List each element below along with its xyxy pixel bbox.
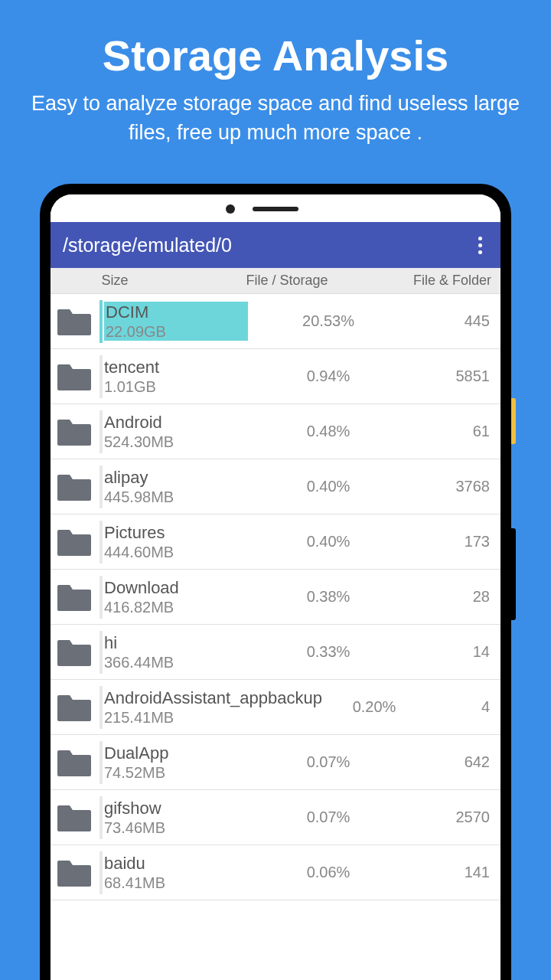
folder-row[interactable]: Pictures444.60MB0.40%173 bbox=[51, 514, 500, 570]
folder-size: 445.98MB bbox=[104, 488, 248, 506]
folder-percent: 0.07% bbox=[248, 808, 409, 826]
phone-side-button bbox=[511, 398, 516, 444]
folder-row[interactable]: Android524.30MB0.48%61 bbox=[51, 404, 500, 459]
folder-size: 215.41MB bbox=[104, 709, 340, 727]
col-size[interactable]: Size bbox=[51, 273, 158, 289]
file-list[interactable]: DCIM22.09GB20.53%445tencent1.01GB0.94%58… bbox=[51, 294, 500, 980]
folder-row[interactable]: DCIM22.09GB20.53%445 bbox=[51, 294, 500, 349]
folder-name: DCIM bbox=[104, 302, 248, 324]
folder-count: 3768 bbox=[409, 478, 493, 495]
folder-name: AndroidAssistant_appbackup bbox=[104, 688, 340, 710]
column-header: Size File / Storage File & Folder bbox=[51, 268, 500, 294]
usage-bar bbox=[99, 796, 103, 839]
folder-count: 4 bbox=[409, 698, 493, 716]
phone-camera bbox=[226, 204, 235, 214]
name-block: hi366.44MB bbox=[103, 632, 248, 672]
path-title: /storage/emulated/0 bbox=[63, 234, 232, 256]
folder-row[interactable]: Download416.82MB0.38%28 bbox=[51, 570, 500, 625]
usage-bar bbox=[99, 631, 103, 674]
phone-side-button bbox=[511, 528, 516, 620]
name-block: AndroidAssistant_appbackup215.41MB bbox=[103, 688, 340, 727]
folder-size: 74.52MB bbox=[104, 764, 248, 782]
folder-percent: 0.07% bbox=[248, 753, 409, 771]
folder-icon bbox=[55, 416, 93, 447]
folder-size: 366.44MB bbox=[104, 654, 248, 671]
usage-bar bbox=[99, 355, 103, 398]
folder-row[interactable]: tencent1.01GB0.94%5851 bbox=[51, 349, 500, 404]
phone-notch bbox=[241, 202, 310, 216]
folder-icon bbox=[55, 858, 93, 888]
screen: /storage/emulated/0 Size File / Storage … bbox=[51, 194, 500, 980]
folder-size: 524.30MB bbox=[104, 433, 248, 451]
folder-count: 141 bbox=[409, 864, 493, 881]
name-block: tencent1.01GB bbox=[103, 357, 248, 397]
folder-count: 61 bbox=[409, 423, 493, 440]
folder-count: 5851 bbox=[409, 368, 493, 385]
folder-name: alipay bbox=[104, 467, 248, 489]
folder-count: 445 bbox=[409, 312, 493, 330]
name-block: DCIM22.09GB bbox=[103, 302, 248, 341]
usage-bar bbox=[99, 741, 103, 784]
name-block: DualApp74.52MB bbox=[103, 743, 248, 782]
folder-icon bbox=[55, 582, 93, 612]
folder-percent: 0.20% bbox=[340, 698, 409, 716]
usage-bar bbox=[99, 410, 103, 453]
usage-bar bbox=[99, 851, 103, 894]
name-block: Android524.30MB bbox=[103, 412, 248, 452]
folder-icon bbox=[55, 692, 93, 723]
folder-percent: 0.94% bbox=[248, 368, 409, 385]
usage-bar bbox=[99, 576, 103, 619]
name-block: Download416.82MB bbox=[103, 577, 248, 617]
folder-row[interactable]: DualApp74.52MB0.07%642 bbox=[51, 735, 500, 790]
folder-name: gifshow bbox=[104, 798, 248, 820]
folder-size: 73.46MB bbox=[104, 819, 248, 837]
name-block: Pictures444.60MB bbox=[103, 522, 248, 562]
folder-row[interactable]: baidu68.41MB0.06%141 bbox=[51, 845, 500, 900]
name-block: baidu68.41MB bbox=[103, 853, 248, 893]
folder-count: 2570 bbox=[409, 808, 493, 826]
folder-percent: 0.38% bbox=[248, 588, 409, 606]
folder-name: DualApp bbox=[104, 743, 248, 765]
folder-row[interactable]: alipay445.98MB0.40%3768 bbox=[51, 459, 500, 514]
folder-size: 1.01GB bbox=[104, 378, 248, 396]
app-bar: /storage/emulated/0 bbox=[51, 222, 500, 268]
folder-icon bbox=[55, 306, 93, 337]
folder-row[interactable]: hi366.44MB0.33%14 bbox=[51, 625, 500, 680]
promo-title: Storage Analysis bbox=[0, 31, 551, 80]
usage-bar bbox=[99, 521, 103, 564]
folder-count: 28 bbox=[409, 588, 493, 606]
folder-name: Pictures bbox=[104, 522, 248, 544]
col-ratio[interactable]: File / Storage bbox=[158, 273, 386, 289]
folder-name: baidu bbox=[104, 853, 248, 875]
usage-bar bbox=[99, 686, 103, 729]
folder-name: Download bbox=[104, 577, 248, 599]
folder-size: 416.82MB bbox=[104, 599, 248, 616]
usage-bar bbox=[99, 300, 103, 343]
overflow-menu-icon[interactable] bbox=[472, 230, 488, 260]
folder-row[interactable]: gifshow73.46MB0.07%2570 bbox=[51, 790, 500, 845]
name-block: gifshow73.46MB bbox=[103, 798, 248, 838]
folder-name: Android bbox=[104, 412, 248, 434]
folder-row[interactable]: AndroidAssistant_appbackup215.41MB0.20%4 bbox=[51, 680, 500, 735]
folder-size: 22.09GB bbox=[104, 323, 248, 341]
folder-icon bbox=[55, 361, 93, 392]
folder-icon bbox=[55, 637, 93, 668]
folder-name: tencent bbox=[104, 357, 248, 379]
folder-size: 68.41MB bbox=[104, 874, 248, 892]
col-count[interactable]: File & Folder bbox=[386, 273, 500, 289]
folder-count: 642 bbox=[409, 753, 493, 771]
folder-count: 14 bbox=[409, 643, 493, 661]
folder-percent: 0.33% bbox=[248, 643, 409, 661]
folder-percent: 0.40% bbox=[248, 533, 409, 550]
folder-icon bbox=[55, 802, 93, 833]
folder-percent: 0.48% bbox=[248, 423, 409, 440]
folder-icon bbox=[55, 472, 93, 502]
folder-percent: 20.53% bbox=[248, 312, 409, 330]
folder-icon bbox=[55, 527, 93, 557]
folder-percent: 0.40% bbox=[248, 478, 409, 495]
name-block: alipay445.98MB bbox=[103, 467, 248, 507]
folder-percent: 0.06% bbox=[248, 864, 409, 881]
promo-subtitle: Easy to analyze storage space and find u… bbox=[0, 90, 551, 148]
folder-size: 444.60MB bbox=[104, 544, 248, 561]
phone-speaker bbox=[253, 207, 298, 211]
